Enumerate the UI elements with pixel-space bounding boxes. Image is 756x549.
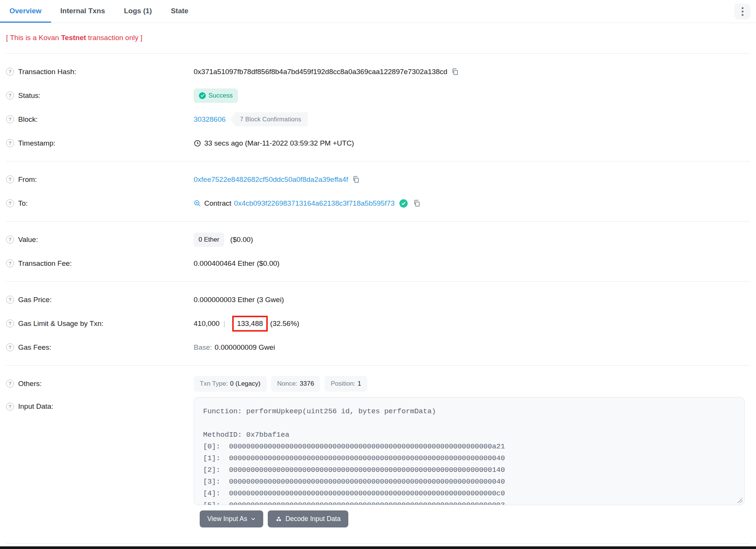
gas-limit-usage-row: ? Gas Limit & Usage by Txn: 410,000 | 13… (6, 312, 745, 335)
status-row: ? Status: Success (6, 84, 745, 107)
value-usd: ($0.00) (230, 236, 253, 244)
gas-fees-label: Gas Fees: (18, 343, 51, 352)
transaction-fee-row: ? Transaction Fee: 0.000400464 Ether ($0… (6, 251, 745, 275)
input-data-line: [4]: 00000000000000000000000000000000000… (203, 488, 740, 499)
transaction-overview-page: Overview Internal Txns Logs (1) State [ … (0, 0, 756, 549)
from-row: ? From: 0xfee7522e8482682cf50ddc50a0f8da… (6, 167, 745, 191)
help-icon[interactable]: ? (6, 139, 14, 147)
copy-icon (451, 68, 459, 76)
bottom-divider (6, 543, 750, 544)
gas-fees-base-label: Base: (194, 343, 212, 352)
input-data-line: [1]: 00000000000000000000000000000000000… (203, 453, 740, 464)
gas-fees-row: ? Gas Fees: Base: 0.000000009 Gwei (6, 335, 745, 359)
input-data-row: ? Input Data: Function: performUpkeep(ui… (6, 397, 745, 505)
transaction-fee-label: Transaction Fee: (18, 259, 72, 268)
from-label: From: (18, 175, 37, 184)
success-check-icon (199, 92, 206, 99)
help-icon[interactable]: ? (6, 199, 14, 207)
help-icon[interactable]: ? (6, 236, 14, 243)
status-label: Status: (18, 92, 40, 100)
block-label: Block: (18, 115, 38, 124)
from-address-link[interactable]: 0xfee7522e8482682cf50ddc50a0f8da2a39effa… (194, 175, 348, 184)
transaction-fee-value: 0.000400464 Ether ($0.00) (194, 259, 279, 268)
section-hash-status-block-time: ? Transaction Hash: 0x371a51097fb78df856… (0, 54, 756, 161)
magnifier-plus-icon[interactable] (194, 200, 201, 207)
txn-type-badge: Txn Type: 0 (Legacy) (194, 376, 267, 392)
timestamp-value: 33 secs ago (Mar-11-2022 03:59:32 PM +UT… (204, 139, 354, 147)
status-badge-text: Success (208, 92, 233, 99)
notice-suffix: transaction only ] (86, 34, 143, 42)
section-others-input: ? Others: Txn Type: 0 (Legacy) Nonce: 33… (0, 366, 756, 533)
tab-state[interactable]: State (161, 0, 198, 23)
input-data-line: [2]: 00000000000000000000000000000000000… (203, 464, 740, 476)
input-data-label: Input Data: (18, 402, 53, 411)
resize-handle[interactable] (736, 497, 742, 503)
input-data-line: [0]: 00000000000000000000000000000000000… (203, 441, 740, 453)
copy-icon (413, 199, 421, 207)
value-label: Value: (18, 236, 38, 244)
section-from-to: ? From: 0xfee7522e8482682cf50ddc50a0f8da… (0, 161, 756, 221)
input-data-line: [3]: 00000000000000000000000000000000000… (203, 476, 740, 488)
decode-input-data-button[interactable]: Decode Input Data (268, 510, 348, 527)
section-value-fee: ? Value: 0 Ether ($0.00) ? Transaction F… (0, 222, 756, 281)
transaction-hash-value: 0x371a51097fb78df856f8b4a7bd459f192d8cc8… (194, 68, 447, 76)
block-row: ? Block: 30328606 7 Block Confirmations (6, 107, 745, 131)
copy-hash-button[interactable] (451, 68, 459, 76)
gas-fees-base-value: 0.000000009 Gwei (215, 343, 275, 352)
to-label: To: (18, 199, 28, 208)
more-options-button[interactable] (734, 3, 750, 19)
transaction-hash-row: ? Transaction Hash: 0x371a51097fb78df856… (6, 60, 745, 84)
help-icon[interactable]: ? (6, 380, 14, 388)
tab-internal-txns[interactable]: Internal Txns (51, 0, 115, 23)
window-bottom-edge (0, 546, 756, 549)
gas-limit-separator: | (224, 319, 225, 328)
gas-price-row: ? Gas Price: 0.000000003 Ether (3 Gwei) (6, 288, 745, 312)
value-amount-badge: 0 Ether (194, 233, 224, 247)
nonce-badge: Nonce: 3376 (271, 376, 320, 392)
help-icon[interactable]: ? (6, 115, 14, 123)
input-data-actions: View Input As Decode Input Data (200, 510, 745, 527)
help-icon[interactable]: ? (6, 175, 14, 183)
position-badge: Position: 1 (324, 376, 367, 392)
gas-used-value: 133,488 (237, 319, 263, 328)
tab-bar: Overview Internal Txns Logs (1) State (0, 0, 756, 23)
copy-to-button[interactable] (413, 199, 421, 207)
verified-check-icon (399, 199, 408, 208)
help-icon[interactable]: ? (6, 92, 14, 99)
tab-overview[interactable]: Overview (0, 0, 51, 23)
view-input-as-button[interactable]: View Input As (200, 510, 263, 527)
clock-icon (194, 140, 201, 147)
gas-limit-value: 410,000 (194, 319, 220, 328)
decode-icon (275, 516, 282, 523)
to-address-link[interactable]: 0x4cb093f226983713164a62138c3f718a5b595f… (234, 199, 395, 208)
gas-limit-label: Gas Limit & Usage by Txn: (18, 319, 104, 328)
input-data-line (203, 417, 740, 429)
testnet-notice: [ This is a Kovan Testnet transaction on… (0, 23, 756, 53)
block-number-link[interactable]: 30328606 (194, 115, 226, 124)
to-row: ? To: Contract 0x4cb093f226983713164a621… (6, 191, 745, 215)
input-data-line: [5]: 00000000000000000000000000000000000… (203, 499, 740, 505)
annotation-red-box: 133,488 (232, 316, 268, 332)
transaction-hash-label: Transaction Hash: (18, 68, 76, 76)
block-confirmations-badge: 7 Block Confirmations (230, 112, 308, 127)
gas-price-value: 0.000000003 Ether (3 Gwei) (194, 296, 284, 304)
section-gas: ? Gas Price: 0.000000003 Ether (3 Gwei) … (0, 282, 756, 365)
to-contract-prefix: Contract (204, 199, 231, 208)
copy-from-button[interactable] (352, 175, 360, 183)
help-icon[interactable]: ? (6, 319, 14, 327)
timestamp-label: Timestamp: (18, 139, 56, 147)
notice-bold: Testnet (61, 34, 86, 42)
tab-logs[interactable]: Logs (1) (115, 0, 161, 23)
help-icon[interactable]: ? (6, 343, 14, 351)
help-icon[interactable]: ? (6, 296, 14, 304)
notice-prefix: [ This is a Kovan (6, 34, 61, 42)
input-data-line: MethodID: 0x7bbaf1ea (203, 429, 740, 441)
help-icon[interactable]: ? (6, 68, 14, 76)
status-badge: Success (194, 88, 238, 103)
kebab-icon (742, 7, 744, 9)
others-label: Others: (18, 380, 42, 388)
gas-used-percent: (32.56%) (270, 319, 299, 328)
input-data-textarea[interactable]: Function: performUpkeep(uint256 id, byte… (194, 397, 745, 505)
help-icon[interactable]: ? (6, 259, 14, 267)
help-icon[interactable]: ? (6, 403, 14, 411)
